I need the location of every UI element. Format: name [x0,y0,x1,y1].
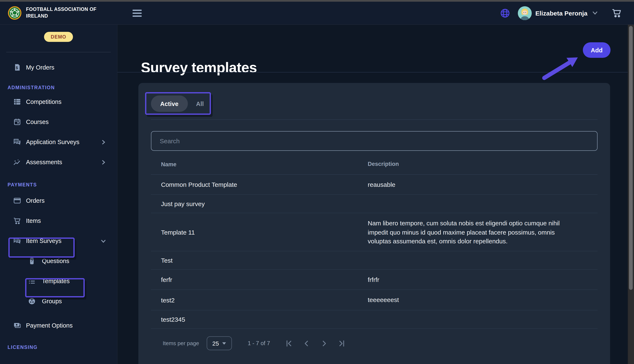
page-title: Survey templates [141,60,257,76]
templates-table: Name Description Common Product Template… [151,154,597,329]
calendar-icon [13,118,21,126]
sidebar-item-assessments[interactable]: Assessments [0,152,117,172]
sidebar-item-label: Groups [42,298,62,304]
cell-description: frfrfr [368,275,578,284]
cart-icon[interactable] [611,8,622,18]
sidebar: DEMO $ My Orders ADMINISTRATION Competit… [0,24,117,364]
cell-name: test2345 [151,316,368,323]
table-row[interactable]: Common Product Template reausable [151,175,597,195]
demo-badge: DEMO [44,32,73,42]
tab-all[interactable]: All [188,100,212,107]
header-divider [117,72,629,72]
section-payments: PAYMENTS [0,182,117,187]
next-page-button[interactable] [320,339,329,348]
org-name-line1: FOOTBALL ASSOCIATION OF [26,6,96,13]
caret-down-icon [222,342,226,345]
search-input[interactable] [151,131,597,151]
sidebar-item-label: Assessments [26,159,62,166]
page-size-select[interactable]: 25 [206,336,232,350]
sidebar-item-questions[interactable]: ? Questions [0,251,117,271]
sidebar-item-groups[interactable]: Groups [0,291,117,311]
cell-description: teeeeeeest [368,296,578,304]
table-row[interactable]: Test [151,251,597,270]
brand: FOOTBALL ASSOCIATION OF IRELAND [0,6,117,20]
sidebar-item-orders[interactable]: Orders [0,190,117,211]
menu-toggle-button[interactable] [133,9,143,17]
cell-name: Template 11 [151,228,368,236]
sidebar-item-label: Application Surveys [26,139,80,145]
table-row[interactable]: Just pay survey [151,195,597,214]
page-range-label: 1 - 7 of 7 [248,340,270,346]
table-row[interactable]: ferfr frfrfr [151,270,597,290]
sidebar-item-courses[interactable]: Courses [0,112,117,132]
trend-sparkle-icon [13,158,21,166]
cell-name: Common Product Template [151,181,368,188]
sidebar-item-label: Questions [42,258,69,264]
column-header-description: Description [368,160,578,168]
table-icon [13,98,21,106]
templates-card: Active All Name Description Common Produ… [138,83,610,364]
tabs-divider [151,120,597,120]
last-page-button[interactable] [337,339,346,348]
sidebar-item-label: Orders [26,197,45,204]
cell-name: Test [151,257,368,264]
shopping-cart-icon [13,216,21,225]
credit-card-icon [13,196,21,205]
sidebar-item-label: Item Surveys [26,238,62,244]
table-row[interactable]: Template 11 Nam libero tempore, cum solu… [151,214,597,252]
pagination: Items per page 25 1 - 7 of 7 [151,329,597,358]
sidebar-item-competitions[interactable]: Competitions [0,92,117,112]
chat-bubbles-icon [13,237,21,245]
table-row[interactable]: test2 teeeeeeest [151,290,597,310]
table-header: Name Description [151,154,597,175]
page-size-value: 25 [212,340,219,347]
column-header-name: Name [151,161,368,167]
add-button[interactable]: Add [583,42,610,58]
banknote-icon [13,321,21,330]
cell-description: reausable [368,180,578,189]
sidebar-item-label: Items [26,218,41,224]
language-globe-icon[interactable] [500,8,510,18]
cell-name: Just pay survey [151,200,368,208]
app-window: FOOTBALL ASSOCIATION OF IRELAND [0,0,634,364]
scrollbar-thumb[interactable] [629,26,633,290]
tab-active[interactable]: Active [151,96,188,112]
user-menu[interactable]: Elizabeta Peronja [518,6,598,20]
document-dollar-icon: $ [13,63,21,72]
previous-page-button[interactable] [302,339,311,348]
items-per-page-label: Items per page [163,340,199,346]
status-tabs: Active All [151,96,210,112]
org-name-line2: IRELAND [26,13,96,20]
main-content: Survey templates Add Active All Name Des… [117,24,634,364]
scrollbar [628,24,634,364]
sidebar-item-items[interactable]: Items [0,211,117,231]
chevron-right-icon [101,139,106,145]
topbar-right: Elizabeta Peronja [500,6,634,20]
groups-icon [28,297,36,305]
table-row[interactable]: test2345 [151,310,597,329]
phone-question-icon: ? [28,257,36,265]
sidebar-divider [6,52,111,52]
fai-logo-icon [8,6,22,20]
cell-name: test2 [151,296,368,304]
avatar [518,6,532,20]
list-icon [28,277,36,285]
svg-text:?: ? [31,259,33,263]
chat-bubbles-icon [13,138,21,146]
sidebar-item-label: My Orders [26,64,54,71]
cell-description: Nam libero tempore, cum soluta nobis est… [368,219,578,246]
first-page-button[interactable] [284,339,293,348]
sidebar-item-label: Competitions [26,98,62,105]
sidebar-item-application-surveys[interactable]: Application Surveys [0,132,117,152]
section-licensing: LICENSING [0,345,117,350]
sidebar-item-item-surveys[interactable]: Item Surveys [0,231,117,251]
sidebar-item-templates[interactable]: Templates [0,271,117,291]
sidebar-item-my-orders[interactable]: $ My Orders [0,59,117,76]
sidebar-item-label: Payment Options [26,322,73,329]
window-chrome-strip [0,0,634,2]
cell-name: ferfr [151,276,368,283]
sidebar-item-label: Courses [26,118,49,125]
chevron-right-icon [101,160,106,165]
chevron-down-icon [101,238,106,244]
sidebar-item-payment-options[interactable]: Payment Options [0,316,117,336]
